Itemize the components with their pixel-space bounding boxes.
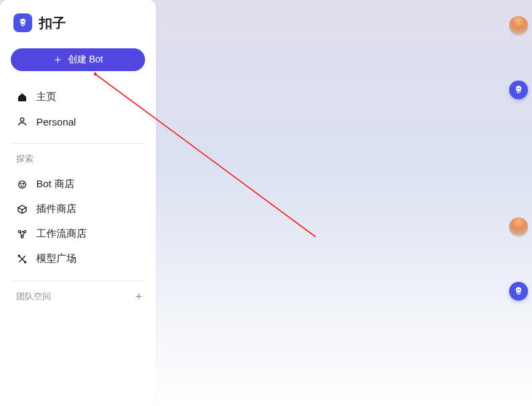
assistant-button[interactable] <box>509 282 528 301</box>
svg-point-18 <box>519 289 521 291</box>
divider <box>11 281 145 281</box>
brand: 扣子 <box>11 13 145 32</box>
sidebar-item-label: 工作流商店 <box>36 227 87 240</box>
create-bot-button[interactable]: 创建 Bot <box>11 48 145 71</box>
svg-point-6 <box>23 183 24 184</box>
sidebar-item-home[interactable]: 主页 <box>11 85 145 109</box>
avatar[interactable] <box>509 16 528 35</box>
workflow-icon <box>16 228 28 240</box>
svg-point-16 <box>516 287 521 293</box>
bot-icon <box>16 179 28 191</box>
svg-point-2 <box>24 21 25 22</box>
home-icon <box>16 91 28 103</box>
sidebar-item-label: Bot 商店 <box>36 178 75 191</box>
sidebar: 扣子 创建 Bot 主页 Personal 探索 Bot 商店 插件商店 工作流… <box>0 0 156 406</box>
svg-point-11 <box>25 261 26 262</box>
assistant-icon <box>513 84 525 96</box>
sidebar-item-bot-store[interactable]: Bot 商店 <box>11 172 145 197</box>
cube-icon <box>16 203 28 215</box>
plus-icon <box>53 55 62 64</box>
svg-point-4 <box>19 181 26 188</box>
sidebar-item-workflow-store[interactable]: 工作流商店 <box>11 221 145 246</box>
person-icon <box>16 115 28 128</box>
svg-point-1 <box>21 21 23 22</box>
sidebar-item-plugin-store[interactable]: 插件商店 <box>11 197 145 221</box>
brand-name: 扣子 <box>39 14 66 32</box>
right-rail <box>509 16 528 406</box>
svg-point-13 <box>516 86 521 91</box>
sidebar-item-model-square[interactable]: 模型广场 <box>11 246 145 271</box>
assistant-icon <box>513 285 525 297</box>
sidebar-item-label: 模型广场 <box>36 252 77 265</box>
svg-point-15 <box>519 88 521 89</box>
team-space-label: 团队空间 <box>16 291 51 303</box>
svg-point-17 <box>517 289 519 291</box>
svg-point-5 <box>20 183 21 184</box>
sidebar-item-personal[interactable]: Personal <box>11 109 145 134</box>
sidebar-item-label: 主页 <box>36 91 56 103</box>
team-space-row: 团队空间 + <box>11 291 145 303</box>
add-team-button[interactable]: + <box>135 291 142 303</box>
svg-point-3 <box>20 118 24 121</box>
svg-point-14 <box>517 88 519 89</box>
assistant-button[interactable] <box>509 81 528 99</box>
avatar[interactable] <box>509 217 528 236</box>
svg-point-0 <box>20 19 26 24</box>
svg-point-10 <box>18 255 19 256</box>
create-bot-label: 创建 Bot <box>68 54 103 66</box>
sidebar-item-label: 插件商店 <box>36 203 77 215</box>
divider <box>11 143 145 144</box>
nav-explore: Bot 商店 插件商店 工作流商店 模型广场 <box>11 172 145 271</box>
brand-logo-icon <box>13 13 32 32</box>
section-title-explore: 探索 <box>11 153 145 172</box>
sidebar-item-label: Personal <box>36 116 76 128</box>
nav-primary: 主页 Personal <box>11 85 145 134</box>
compass-icon <box>16 253 28 265</box>
